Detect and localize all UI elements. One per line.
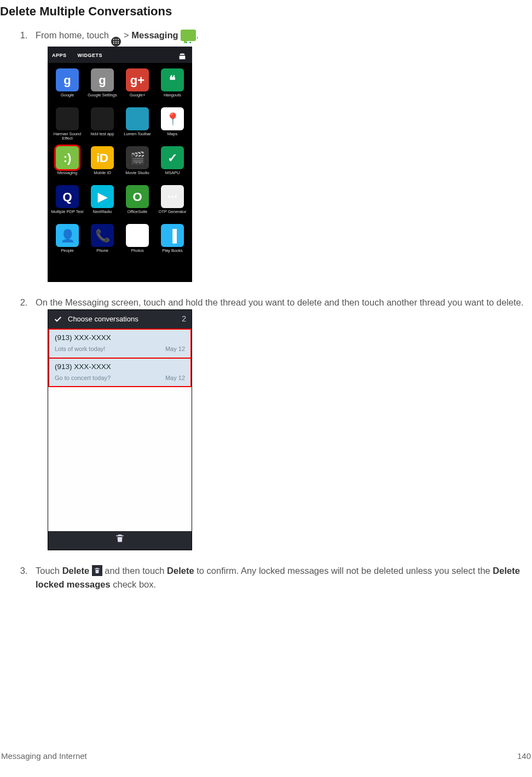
app-officesuite[interactable]: OOfficeSuite bbox=[120, 185, 155, 218]
app-icon: ··· bbox=[161, 185, 184, 208]
thread-date: May 12 bbox=[165, 373, 185, 383]
app-label: MSAPU bbox=[165, 171, 180, 180]
app-icon: ▶ bbox=[91, 185, 114, 208]
thread-title: (913) XXX-XXXX bbox=[55, 332, 185, 343]
app-icon: g bbox=[56, 68, 79, 91]
app-hangouts[interactable]: ❝Hangouts bbox=[155, 68, 190, 102]
step-3: Touch Delete and then touch Delete to co… bbox=[30, 564, 532, 591]
app-label: Movie Studio bbox=[125, 171, 149, 180]
app-label: Google Settings bbox=[88, 93, 117, 102]
app-nextradio[interactable]: ▶NextRadio bbox=[85, 185, 120, 218]
thread-sub: Go to concert today?May 12 bbox=[55, 373, 185, 383]
app-hidd-test-app[interactable]: hidd test app bbox=[85, 107, 120, 141]
step3-text-h: check box. bbox=[111, 579, 156, 589]
app-icon: Q bbox=[56, 185, 79, 208]
selection-title: Choose conversations bbox=[68, 314, 138, 325]
app-google[interactable]: gGoogle bbox=[50, 68, 85, 102]
app-icon: O bbox=[126, 185, 149, 208]
drawer-tabbar: APPS WIDGETS bbox=[48, 49, 192, 63]
app-label: People bbox=[61, 249, 73, 257]
step-1: From home, touch > Messaging . APPS WIDG… bbox=[30, 28, 532, 282]
step-2: On the Messaging screen, touch and hold … bbox=[30, 296, 532, 550]
selection-count: 2 bbox=[182, 313, 186, 325]
app-icon: ❝ bbox=[161, 68, 184, 91]
app-label: Google bbox=[61, 93, 74, 102]
app-label: Play Books bbox=[162, 249, 183, 257]
app-icon: iD bbox=[91, 146, 114, 169]
app-icon bbox=[126, 107, 149, 130]
app-lumen-toolbar[interactable]: Lumen Toolbar bbox=[120, 107, 155, 141]
app-msapu[interactable]: ✓MSAPU bbox=[155, 146, 190, 180]
tab-apps[interactable]: APPS bbox=[52, 52, 67, 60]
app-label: Lumen Toolbar bbox=[124, 132, 151, 141]
thread-preview: Lots of work today! bbox=[55, 344, 105, 354]
step3-text-d: and then touch bbox=[102, 566, 167, 575]
tab-widgets[interactable]: WIDGETS bbox=[78, 52, 103, 60]
conversation-thread[interactable]: (913) XXX-XXXX Go to concert today?May 1… bbox=[48, 358, 192, 388]
thread-sub: Lots of work today!May 12 bbox=[55, 344, 185, 354]
app-label: Multiple PDP Test bbox=[51, 210, 84, 218]
delete-icon[interactable] bbox=[115, 533, 125, 547]
app-messaging[interactable]: :)Messaging bbox=[50, 146, 85, 180]
app-icon: 📞 bbox=[91, 224, 114, 247]
page-footer: Messaging and Internet 140 bbox=[0, 751, 532, 761]
app-icon: 👤 bbox=[56, 224, 79, 247]
step3-delete-label-1: Delete bbox=[62, 566, 90, 575]
step1-text-a: From home, touch bbox=[36, 30, 111, 40]
app-icon bbox=[56, 107, 79, 130]
apps-grid-icon bbox=[111, 37, 121, 47]
thread-date: May 12 bbox=[165, 344, 185, 354]
section-heading: Delete Multiple Conversations bbox=[0, 4, 532, 19]
step3-text-a: Touch bbox=[36, 566, 62, 575]
app-otp-generator[interactable]: ···OTP Generator bbox=[155, 185, 190, 218]
step1-text-e: . bbox=[196, 30, 199, 40]
step3-text-f: to confirm. Any locked messages will not… bbox=[194, 566, 493, 575]
app-phone[interactable]: 📞Phone bbox=[85, 224, 120, 257]
delete-inline-icon bbox=[92, 565, 102, 576]
app-label: Mobile ID bbox=[94, 171, 111, 180]
empty-area bbox=[48, 387, 192, 531]
app-label: Maps bbox=[167, 132, 177, 141]
thread-preview: Go to concert today? bbox=[55, 373, 111, 383]
footer-page-number: 140 bbox=[517, 751, 531, 761]
done-check-icon[interactable] bbox=[54, 315, 62, 324]
app-icon: g bbox=[91, 68, 114, 91]
screenshot-app-drawer: APPS WIDGETS gGooglegGoogle Settingsg+Go… bbox=[48, 47, 192, 282]
app-icon: 📍 bbox=[161, 107, 184, 130]
app-mobile-id[interactable]: iDMobile ID bbox=[85, 146, 120, 180]
app-label: Hangouts bbox=[164, 93, 181, 102]
app-label: OTP Generator bbox=[158, 210, 186, 218]
app-people[interactable]: 👤People bbox=[50, 224, 85, 257]
app-google-settings[interactable]: gGoogle Settings bbox=[85, 68, 120, 102]
screenshot-choose-conversations: Choose conversations 2 (913) XXX-XXXX Lo… bbox=[48, 309, 192, 550]
step3-delete-label-2: Delete bbox=[167, 566, 194, 575]
app-movie-studio[interactable]: 🎬Movie Studio bbox=[120, 146, 155, 180]
app-maps[interactable]: 📍Maps bbox=[155, 107, 190, 141]
selection-header: Choose conversations 2 bbox=[48, 310, 192, 329]
app-icon: 🎬 bbox=[126, 146, 149, 169]
play-store-icon[interactable] bbox=[178, 51, 187, 60]
app-icon: ✿ bbox=[126, 224, 149, 247]
footer-section: Messaging and Internet bbox=[1, 751, 87, 761]
app-label: Harman Sound Effect bbox=[50, 132, 85, 141]
step2-text: On the Messaging screen, touch and hold … bbox=[36, 297, 524, 307]
app-google-[interactable]: g+Google+ bbox=[120, 68, 155, 102]
conversation-thread[interactable]: (913) XXX-XXXX Lots of work today!May 12 bbox=[48, 329, 192, 358]
app-label: Phone bbox=[96, 249, 108, 257]
app-label: hidd test app bbox=[91, 132, 114, 141]
app-play-books[interactable]: ▐Play Books bbox=[155, 224, 190, 257]
app-harman-sound-effect[interactable]: Harman Sound Effect bbox=[50, 107, 85, 141]
messaging-icon bbox=[181, 30, 196, 41]
app-label: OfficeSuite bbox=[128, 210, 148, 218]
app-label: NextRadio bbox=[92, 210, 112, 218]
bottom-toolbar bbox=[48, 531, 192, 550]
app-photos[interactable]: ✿Photos bbox=[120, 224, 155, 257]
app-icon: ▐ bbox=[161, 224, 184, 247]
step1-text-b: > bbox=[121, 30, 131, 40]
app-label: Messaging bbox=[57, 171, 77, 180]
app-label: Google+ bbox=[130, 93, 146, 102]
app-icon bbox=[91, 107, 114, 130]
thread-title: (913) XXX-XXXX bbox=[55, 361, 185, 372]
app-icon: g+ bbox=[126, 68, 149, 91]
app-multiple-pdp-test[interactable]: QMultiple PDP Test bbox=[50, 185, 85, 218]
